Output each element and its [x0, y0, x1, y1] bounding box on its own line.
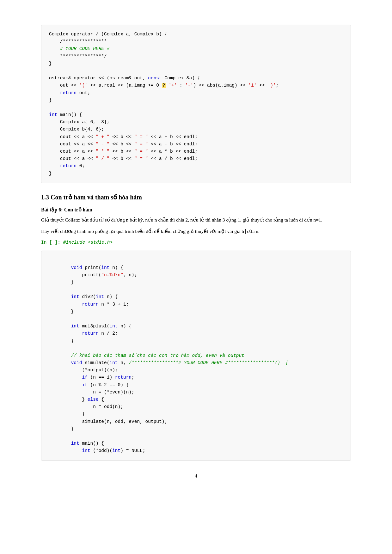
prose-para1: Giả thuyết Collatz: bắt đầu từ số dương … [41, 216, 351, 224]
in-label-text: In [ ]: #include <stdio.h> [41, 240, 113, 245]
in-label: In [ ]: #include <stdio.h> [41, 239, 351, 245]
code-line: simulate(n, odd, even, output); [49, 418, 343, 425]
code-line: } [49, 170, 343, 177]
code-line: ostream& operator << (ostream& out, cons… [49, 75, 343, 82]
code-line: int main() { [49, 111, 343, 119]
prose-para2: Hãy viết chương trình mô phỏng lại quá t… [41, 227, 351, 235]
code-line: Complex a{-6, -3}; [49, 119, 343, 126]
code-line [49, 257, 343, 264]
exercise-6-title: Bài tập 6: Con trỏ hàm [41, 207, 351, 213]
code-line: n = odd(n); [49, 403, 343, 411]
code-line: } [49, 338, 343, 345]
code-line: } else { [49, 396, 343, 403]
code-line: cout << a << " * " << b << " = " << a * … [49, 148, 343, 155]
code-line: cout << a << " / " << b << " = " << a / … [49, 155, 343, 162]
code-line: n = (*even)(n); [49, 389, 343, 396]
code-line [49, 286, 343, 293]
code-line [49, 315, 343, 323]
code-line: ****************/ [49, 53, 343, 60]
code-line: cout << a << " - " << b << " = " << a - … [49, 141, 343, 148]
code-line: int div2(int n) { [49, 293, 343, 301]
code-line: printf("n=%d\n", n); [49, 271, 343, 279]
code-line: int mul3plus1(int n) { [49, 323, 343, 330]
code-line: /**************** [49, 38, 343, 45]
code-line: Complex operator / (Complex a, Complex b… [49, 31, 343, 38]
code-line [49, 433, 343, 440]
code-line: return out; [49, 89, 343, 97]
code-block-2: void print(int n) { printf("n=%d\n", n);… [41, 251, 351, 460]
code-line: # YOUR CODE HERE # [49, 45, 343, 52]
code-line: void print(int n) { [49, 264, 343, 271]
page-number: 4 [41, 473, 351, 479]
code-line: // khai báo các tham số cho các con trỏ … [49, 352, 343, 359]
code-line: (*output)(n); [49, 367, 343, 374]
code-line: } [49, 97, 343, 104]
code-line: return 0; [49, 162, 343, 170]
code-line: cout << a << " + " << b << " = " << a + … [49, 133, 343, 141]
code-line: } [49, 425, 343, 433]
code-line: } [49, 60, 343, 67]
code-line: if (n == 1) return; [49, 374, 343, 381]
code-block-1: Complex operator / (Complex a, Complex b… [41, 25, 351, 183]
code-line: return n / 2; [49, 330, 343, 337]
code-line: out << '(' << a.real << (a.imag >= 0 ? '… [49, 82, 343, 89]
code-line [49, 345, 343, 352]
code-line: } [49, 411, 343, 418]
section-heading-1-3: 1.3 Con trỏ hàm và tham số hóa hàm [41, 193, 351, 201]
code-line: int (*odd)(int) = NULL; [49, 447, 343, 454]
code-line: void simulate(int n, /*****************#… [49, 359, 343, 367]
code-line: } [49, 308, 343, 315]
code-line: int main() { [49, 440, 343, 447]
code-line: } [49, 279, 343, 286]
code-line [49, 104, 343, 111]
code-line: Complex b{4, 6}; [49, 126, 343, 133]
code-line: return n * 3 + 1; [49, 301, 343, 308]
code-line: if (n % 2 == 0) { [49, 381, 343, 389]
code-line [49, 67, 343, 75]
